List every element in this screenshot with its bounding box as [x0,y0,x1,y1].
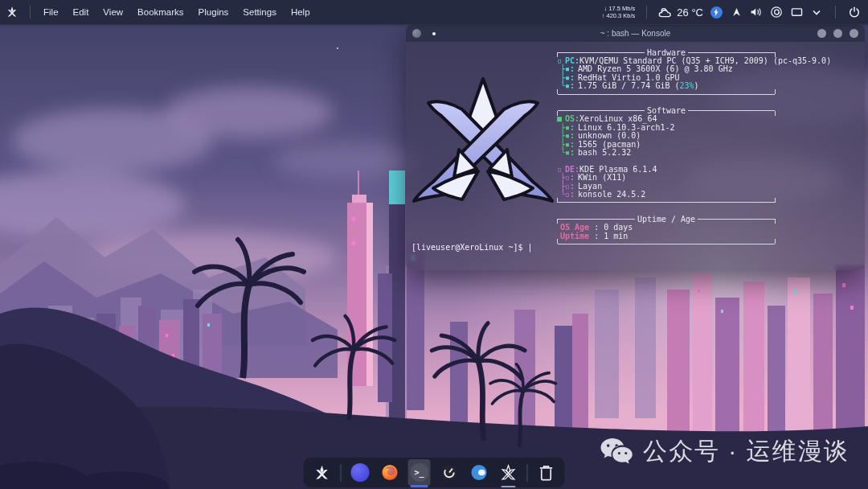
dock-xerolinux-launcher[interactable] [311,459,334,486]
network-speed-widget[interactable]: ↓ 17.5 Mb/s ↑ 420.3 Kb/s [602,5,636,19]
pc-row: ▫PC: KVM/QEMU Standard PC (Q35 + ICH9, 2… [557,56,858,64]
dock-xerolinux-hello[interactable] [497,459,520,486]
shell-row: ╰▪:bash 5.2.32 [557,148,858,156]
window-titlebar[interactable]: ~ : bash — Konsole [406,25,865,42]
system-tray: ↓ 17.5 Mb/s ↑ 420.3 Kb/s 26 °C [602,5,868,19]
close-button[interactable] [850,29,858,38]
window-title: ~ : bash — Konsole [406,29,865,38]
menu-edit[interactable]: Edit [66,0,96,24]
dial-app-icon [440,463,458,482]
uptime-section: Uptime / Age OS Age : 0 days Uptime : 1 … [557,215,858,249]
de-row: ▫DE: KDE Plasma 6.1.4 [557,165,858,173]
separator [646,6,647,18]
xerolinux-icon [6,6,18,18]
konsole-window[interactable]: ~ : bash — Konsole [406,25,865,270]
dock-dial-app[interactable] [438,459,461,486]
hardware-box-bottom [557,90,776,98]
watermark: 公众号 · 运维漫谈 [600,435,850,468]
text-cursor: | [528,243,533,252]
fetch-info: Hardware ▫PC: KVM/QEMU Standard PC (Q35 … [557,48,858,257]
separator [30,6,31,18]
net-up-speed: 420.3 Kb/s [606,12,635,19]
uptime-box-bottom [557,240,776,248]
xerolinux-logo [411,72,555,208]
watermark-text: 公众号 · 运维漫谈 [643,435,850,468]
menubar: File Edit View Bookmarks Plugins Setting… [36,0,317,24]
menu-settings[interactable]: Settings [235,0,284,24]
network-globe-icon [770,6,783,18]
kernel-row: ├▪:Linux 6.10.3-arch1-2 [557,123,858,131]
pointer-icon [731,6,742,18]
volume-tray-icon[interactable] [749,5,764,19]
net-down-speed: 17.5 Mb/s [608,5,635,12]
weather-widget[interactable]: 26 °C [658,6,703,18]
menu-help[interactable]: Help [284,0,317,24]
menu-plugins[interactable]: Plugins [191,0,236,24]
uptime-box-top: Uptime / Age [557,215,776,223]
blue-sphere-icon [469,463,488,482]
bolt-icon [713,9,719,16]
virtual-display-icon [791,7,803,18]
software-section: Software ■OS: XeroLinux x86_64 ├▪:Linux … [557,106,858,207]
network-tray-icon[interactable] [769,5,784,19]
window-app-icon[interactable] [412,29,421,38]
minimize-button[interactable] [817,29,826,38]
top-panel: File Edit View Bookmarks Plugins Setting… [0,0,868,24]
konsole-icon: >_ [410,463,428,482]
display-tray-icon[interactable] [789,5,804,19]
dock-blue-orb-app[interactable] [349,459,371,486]
shell-prompt[interactable]: [liveuser@XeroLinux ~]$ | [411,243,533,252]
menu-bookmarks[interactable]: Bookmarks [130,0,191,24]
hardware-section: Hardware ▫PC: KVM/QEMU Standard PC (Q35 … [557,48,858,98]
power-profile-tray-icon[interactable] [709,5,723,19]
terminal-row: ╰▫:konsole 24.5.2 [557,190,858,198]
memory-row: ╰▪:1.75 GiB / 7.74 GiB (23%) [557,82,858,90]
gpu-row: ├▪:RedHat Virtio 1.0 GPU [557,73,858,81]
menu-view[interactable]: View [96,0,130,24]
dock: >_ [304,458,565,487]
firefox-icon [380,463,399,482]
weather-cloud-icon [658,6,674,18]
power-button[interactable] [847,5,862,19]
wechat-icon [600,437,635,467]
dock-trash[interactable] [535,459,558,486]
trash-icon [538,464,555,481]
power-icon [848,6,861,18]
pointer-tray-icon[interactable] [729,5,743,19]
dock-separator [527,464,528,482]
uptime-row: Uptime : 1 min [557,232,858,240]
dock-konsole[interactable]: >_ [408,459,431,486]
software-box-top: Software [557,106,776,114]
tray-expander[interactable] [809,5,824,19]
app-launcher-button[interactable] [0,0,24,24]
maximize-button[interactable] [833,29,842,38]
os-row: ■OS: XeroLinux x86_64 [557,115,858,123]
terminal-content[interactable]: Hardware ▫PC: KVM/QEMU Standard PC (Q35 … [406,42,865,270]
dock-blue-sphere-app[interactable] [468,459,490,486]
software-box-bottom [557,199,776,207]
hardware-box-top: Hardware [557,48,776,56]
packages-row: ├▪:1565 (pacman) [557,140,858,148]
titlebar-dot [432,32,436,35]
wm-row: ├▫:KWin (X11) [557,173,858,181]
chevron-down-icon [813,10,821,15]
temperature: 26 °C [677,6,703,18]
volume-icon [750,6,763,18]
xerolinux-icon [313,464,331,482]
os-age-row: OS Age : 0 days [557,223,858,231]
dock-separator [341,464,342,482]
separator [835,6,836,18]
dock-firefox[interactable] [379,459,401,486]
unknown-row: ├▪:unknown (0.0) [557,132,858,140]
blue-orb-icon [350,463,369,482]
theme-row: ├▫:Layan [557,182,858,190]
cpu-row: ├▪:AMD Ryzen 5 3600X (6) @ 3.80 GHz [557,65,858,73]
menu-file[interactable]: File [36,0,66,24]
xerolinux-outline-icon [500,464,518,482]
